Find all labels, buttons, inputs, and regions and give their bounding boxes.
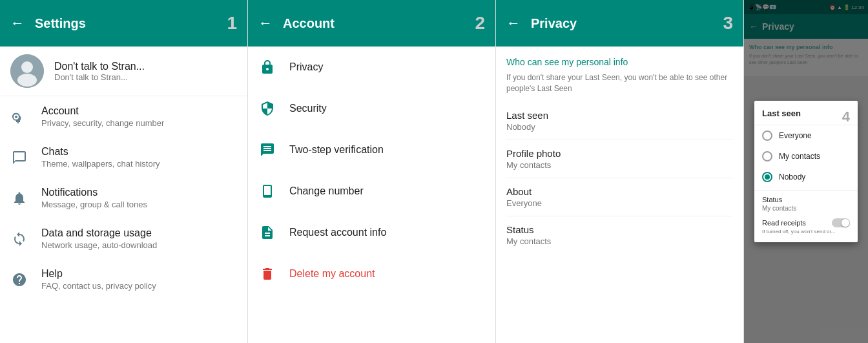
account-item-privacy[interactable]: Privacy	[248, 47, 495, 88]
option-nobody-label: Nobody	[779, 172, 805, 182]
svg-point-2	[17, 74, 37, 87]
shield-icon	[258, 99, 276, 118]
dialog-status-value: My contacts	[762, 205, 850, 212]
radio-nobody-inner	[765, 174, 770, 180]
account-item-two-step[interactable]: Two-step verification	[248, 129, 495, 171]
status-value: My contacts	[506, 236, 733, 246]
account-item-security[interactable]: Security	[248, 88, 495, 129]
account-text: Account Privacy, security, change number	[41, 105, 237, 128]
delete-account-label: Delete my account	[289, 268, 375, 280]
dialog-number: 4	[842, 109, 850, 125]
last-seen-panel: 📱📡💬📧 ⏰ ▲ 🔋 12:34 ← Privacy Who can see m…	[744, 0, 868, 343]
dialog-overlay: Last seen 4 Everyone My contacts	[744, 0, 868, 343]
notifications-sublabel: Message, group & call tones	[41, 200, 237, 209]
privacy-item-last-seen[interactable]: Last seen Nobody	[496, 102, 743, 140]
settings-number: 1	[227, 13, 237, 34]
sidebar-item-data[interactable]: Data and storage usage Network usage, au…	[0, 218, 247, 259]
svg-point-3	[15, 116, 17, 118]
status-label: Status	[506, 224, 733, 235]
notifications-label: Notifications	[41, 187, 237, 198]
account-menu-list: Privacy Security Two-step verification C…	[248, 47, 495, 343]
security-label: Security	[289, 103, 327, 114]
personal-info-section-title: Who can see my personal info	[496, 47, 743, 72]
notifications-text: Notifications Message, group & call tone…	[41, 187, 237, 209]
profile-name: Don't talk to Stran...	[54, 61, 237, 72]
profile-photo-label: Profile photo	[506, 148, 733, 159]
settings-header: ← Settings 1	[0, 0, 247, 47]
account-number: 2	[475, 13, 485, 34]
bell-icon	[10, 189, 28, 207]
chats-label: Chats	[41, 146, 237, 158]
privacy-label: Privacy	[289, 61, 323, 73]
account-header: ← Account 2	[248, 0, 495, 47]
document-icon	[258, 223, 276, 242]
account-item-change-number[interactable]: Change number	[248, 171, 495, 212]
help-sublabel: FAQ, contact us, privacy policy	[41, 281, 237, 291]
request-info-label: Request account info	[289, 227, 386, 238]
account-back-icon[interactable]: ←	[258, 15, 273, 32]
option-my-contacts-label: My contacts	[779, 152, 820, 161]
dialog-status-title: Status	[762, 196, 850, 203]
privacy-item-status[interactable]: Status My contacts	[496, 216, 743, 254]
about-label: About	[506, 186, 733, 197]
radio-nobody	[762, 172, 772, 182]
last-seen-label: Last seen	[506, 110, 733, 121]
about-value: Everyone	[506, 198, 733, 208]
privacy-item-profile-photo[interactable]: Profile photo My contacts	[496, 140, 743, 178]
profile-row[interactable]: Don't talk to Stran... Don't talk to Str…	[0, 47, 247, 96]
read-receipts-toggle[interactable]	[832, 218, 850, 227]
chat-icon	[10, 149, 28, 167]
privacy-back-icon[interactable]: ←	[506, 15, 521, 32]
data-text: Data and storage usage Network usage, au…	[41, 227, 237, 250]
personal-info-description: If you don't share your Last Seen, you w…	[496, 72, 743, 102]
account-sublabel: Privacy, security, change number	[41, 118, 237, 128]
read-receipts-title: Read receipts	[762, 219, 806, 227]
account-panel: ← Account 2 Privacy Security Two-step ve…	[248, 0, 496, 343]
help-icon	[10, 271, 28, 289]
sidebar-item-help[interactable]: Help FAQ, contact us, privacy policy	[0, 259, 247, 300]
data-sublabel: Network usage, auto-download	[41, 240, 237, 250]
profile-photo-value: My contacts	[506, 160, 733, 170]
two-step-label: Two-step verification	[289, 144, 384, 156]
option-everyone[interactable]: Everyone	[754, 125, 858, 146]
settings-title: Settings	[35, 16, 216, 31]
settings-panel: ← Settings 1 Don't talk to Stran... Don'…	[0, 0, 248, 343]
sidebar-item-notifications[interactable]: Notifications Message, group & call tone…	[0, 178, 247, 218]
svg-point-1	[21, 61, 33, 73]
radio-everyone	[762, 130, 772, 141]
refresh-icon	[10, 230, 28, 248]
option-nobody[interactable]: Nobody	[754, 167, 858, 187]
chats-text: Chats Theme, wallpapers, chat history	[41, 146, 237, 169]
privacy-number: 3	[723, 13, 733, 34]
settings-menu-list: Account Privacy, security, change number…	[0, 96, 247, 343]
account-label: Account	[41, 105, 237, 117]
privacy-item-about[interactable]: About Everyone	[496, 178, 743, 216]
sidebar-item-account[interactable]: Account Privacy, security, change number	[0, 96, 247, 137]
sidebar-item-chats[interactable]: Chats Theme, wallpapers, chat history	[0, 137, 247, 178]
dialog-read-receipts-section: Read receipts If turned off, you won't s…	[754, 214, 858, 238]
profile-text: Don't talk to Stran... Don't talk to Str…	[54, 61, 237, 82]
help-text: Help FAQ, contact us, privacy policy	[41, 268, 237, 291]
toggle-knob	[842, 219, 849, 227]
chats-sublabel: Theme, wallpapers, chat history	[41, 159, 237, 169]
option-everyone-label: Everyone	[779, 131, 812, 140]
read-receipts-description: If turned off, you won't send or...	[762, 229, 850, 235]
privacy-panel: ← Privacy 3 Who can see my personal info…	[496, 0, 744, 343]
read-receipts-row: Read receipts	[762, 218, 850, 227]
settings-back-icon[interactable]: ←	[10, 15, 25, 32]
data-label: Data and storage usage	[41, 227, 237, 239]
option-my-contacts[interactable]: My contacts	[754, 146, 858, 167]
account-item-request-info[interactable]: Request account info	[248, 212, 495, 253]
dialog-title: Last seen 4	[754, 109, 858, 125]
account-item-delete[interactable]: Delete my account	[248, 253, 495, 295]
last-seen-dialog: Last seen 4 Everyone My contacts	[754, 101, 858, 242]
privacy-menu-list: Who can see my personal info If you don'…	[496, 47, 743, 343]
account-title: Account	[283, 16, 464, 31]
privacy-header: ← Privacy 3	[496, 0, 743, 47]
last-seen-value: Nobody	[506, 122, 733, 132]
key-icon	[10, 108, 28, 126]
phone-icon	[258, 182, 276, 200]
profile-status: Don't talk to Stran...	[54, 72, 237, 82]
phone-frame: 📱📡💬📧 ⏰ ▲ 🔋 12:34 ← Privacy Who can see m…	[744, 0, 868, 343]
trash-icon	[258, 265, 276, 283]
